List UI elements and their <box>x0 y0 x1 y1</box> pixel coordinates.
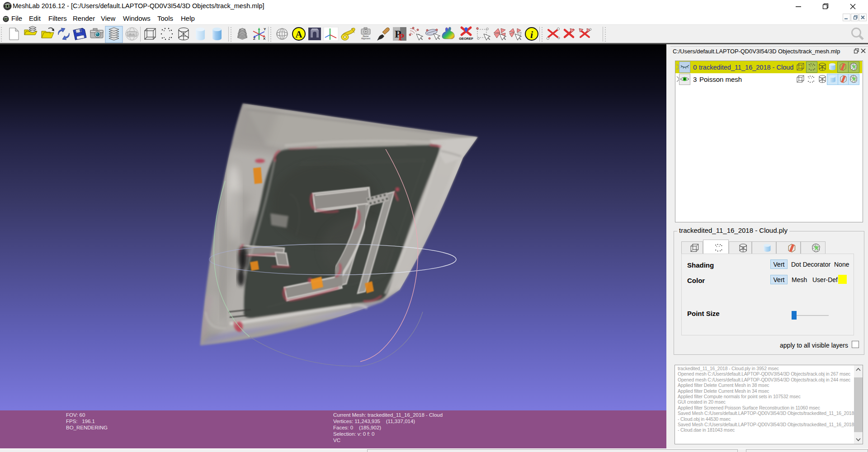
svg-text:trackedited_11_16_2018 - Cloud: trackedited_11_16_2018 - Cloud <box>699 64 793 71</box>
svg-text:Alignment: Alignment <box>361 38 371 40</box>
svg-text:Selection: v: 0 f: 0: Selection: v: 0 f: 0 <box>333 431 374 437</box>
svg-text:i: i <box>530 29 533 40</box>
svg-text:VC: VC <box>333 438 340 443</box>
svg-text:GEOREF: GEOREF <box>459 37 473 41</box>
svg-text:P: P <box>398 31 404 42</box>
svg-text:Poisson mesh: Poisson mesh <box>699 75 742 83</box>
svg-text:Vertices: 11,243,935 (11,33: Vertices: 11,243,935 (11,337,014) <box>333 419 415 424</box>
svg-text:BO_RENDERING: BO_RENDERING <box>66 425 108 430</box>
svg-text:0: 0 <box>693 63 697 71</box>
svg-text:X: X <box>263 37 266 41</box>
svg-text:Z: Z <box>253 37 255 41</box>
svg-text:Current Mesh: trackedited_11_1: Current Mesh: trackedited_11_16_2018 - C… <box>333 412 443 418</box>
svg-text:Y: Y <box>264 27 266 31</box>
svg-text:FOV: 60: FOV: 60 <box>66 412 85 418</box>
svg-text:3: 3 <box>693 75 697 83</box>
svg-text:A: A <box>295 29 302 40</box>
svg-text:FPS: 196.1: FPS: 196.1 <box>66 419 95 424</box>
svg-text:Faces: 0 (185,902): Faces: 0 (185,902) <box>333 425 381 430</box>
